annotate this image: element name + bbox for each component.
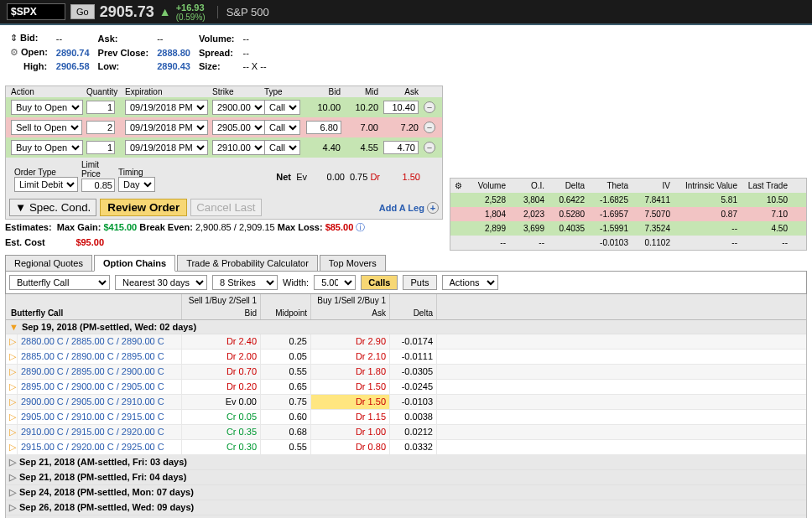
strike-bid[interactable]: Cr 0.05: [182, 410, 261, 424]
expiration-row-collapsed[interactable]: ▷Sep 26, 2018 (PM-settled, Wed: 09 days): [6, 500, 806, 515]
expiration-select[interactable]: 09/19/2018 PM: [125, 100, 208, 115]
tab-regional-quotes[interactable]: Regional Quotes: [5, 255, 92, 272]
strike-select[interactable]: 2910.00: [212, 140, 266, 155]
expiration-row-open[interactable]: ▼Sep 19, 2018 (PM-settled, Wed: 02 days): [6, 320, 806, 334]
leg-header: Action Quantity Expiration Strike Type B…: [6, 86, 442, 97]
spread-value: --: [242, 46, 273, 59]
strike-ask[interactable]: Dr 2.10: [311, 350, 390, 364]
strike-name[interactable]: 2910.00 C / 2915.00 C / 2920.00 C: [18, 425, 182, 439]
leg-ask[interactable]: 10.40: [380, 100, 420, 115]
strike-name[interactable]: 2890.00 C / 2895.00 C / 2900.00 C: [18, 365, 182, 379]
limit-price-label: Limit Price: [81, 160, 115, 179]
type-select[interactable]: Call: [264, 140, 300, 155]
tab-option-chains[interactable]: Option Chains: [94, 255, 175, 272]
hdr-qty: Quantity: [85, 86, 123, 97]
action-select[interactable]: Buy to Open: [11, 100, 83, 115]
strike-select[interactable]: 2905.00: [212, 120, 266, 135]
expand-icon[interactable]: ▷: [6, 395, 18, 409]
strategy-select[interactable]: Butterfly Call: [9, 275, 110, 290]
strike-bid[interactable]: Cr 0.35: [182, 425, 261, 439]
bid-label: Bid:: [20, 33, 38, 43]
expiration-row-collapsed[interactable]: ▷Sep 21, 2018 (AM-settled, Fri: 03 days): [6, 455, 806, 470]
strike-name[interactable]: 2885.00 C / 2890.00 C / 2895.00 C: [18, 350, 182, 364]
expand-icon[interactable]: ▷: [6, 425, 18, 439]
cancel-last-button[interactable]: Cancel Last: [190, 199, 261, 216]
qty-input[interactable]: [86, 101, 115, 114]
puts-button[interactable]: Puts: [403, 275, 436, 290]
qty-input[interactable]: [86, 121, 115, 134]
strike-bid[interactable]: Dr 0.70: [182, 365, 261, 379]
strike-ask[interactable]: Dr 1.80: [311, 365, 390, 379]
type-select[interactable]: Call: [264, 120, 300, 135]
info-icon[interactable]: ⓘ: [356, 222, 365, 232]
expand-icon[interactable]: ▷: [6, 365, 18, 379]
remove-leg-icon[interactable]: −: [424, 142, 435, 153]
expiration-row-collapsed[interactable]: ▷Sep 21, 2018 (PM-settled, Fri: 04 days): [6, 470, 806, 485]
strike-name[interactable]: 2900.00 C / 2905.00 C / 2910.00 C: [18, 395, 182, 409]
type-select[interactable]: Call: [264, 100, 300, 115]
strike-select[interactable]: 2900.00: [212, 100, 266, 115]
strike-bid[interactable]: Ev 0.00: [182, 395, 261, 409]
width-select[interactable]: 5.00: [314, 275, 356, 290]
expand-icon[interactable]: ▷: [6, 334, 18, 349]
remove-leg-icon[interactable]: −: [424, 122, 435, 133]
tab-top-movers[interactable]: Top Movers: [320, 255, 386, 272]
leg-ask[interactable]: 7.20: [380, 122, 420, 133]
ask-value: --: [157, 32, 197, 44]
strike-row: ▷2880.00 C / 2885.00 C / 2890.00 CDr 2.4…: [6, 334, 806, 350]
strike-ask[interactable]: Dr 1.50: [311, 395, 390, 409]
expand-icon[interactable]: ▷: [6, 350, 18, 364]
net-bid: 0.00: [309, 171, 346, 183]
go-button[interactable]: Go: [70, 4, 95, 19]
order-type-select[interactable]: Limit Debit: [14, 177, 78, 192]
up-arrow-icon: ▲: [159, 5, 171, 18]
gear-icon[interactable]: ⚙: [10, 47, 18, 57]
strike-ask[interactable]: Dr 1.50: [311, 380, 390, 394]
expiration-row-collapsed[interactable]: ▷Sep 24, 2018 (PM-settled, Mon: 07 days): [6, 485, 806, 500]
strike-ask[interactable]: Dr 2.90: [311, 334, 390, 349]
expand-icon[interactable]: ▷: [6, 380, 18, 394]
strike-name[interactable]: 2905.00 C / 2910.00 C / 2915.00 C: [18, 410, 182, 424]
strike-name[interactable]: 2880.00 C / 2885.00 C / 2890.00 C: [18, 334, 182, 349]
add-leg-link[interactable]: Add A Leg +: [379, 202, 439, 214]
header-bar: Go 2905.73 ▲ +16.93 (0.59%) S&P 500: [0, 0, 812, 25]
hdr-strike: Strike: [211, 86, 263, 97]
calls-button[interactable]: Calls: [361, 275, 398, 290]
expand-icon: ▷: [9, 457, 16, 467]
estimates-label: Estimates:: [5, 222, 52, 232]
leg-bid[interactable]: 10.00: [304, 101, 342, 113]
strike-bid[interactable]: Dr 2.40: [182, 334, 261, 349]
hdr-last: Last Trade: [741, 179, 791, 193]
expiration-select[interactable]: 09/19/2018 PM: [125, 120, 208, 135]
review-order-button[interactable]: Review Order: [100, 199, 187, 216]
strike-mid: 0.75: [261, 395, 311, 409]
expiration-select[interactable]: 09/19/2018 PM: [125, 140, 208, 155]
strike-ask[interactable]: Dr 1.15: [311, 410, 390, 424]
remove-leg-icon[interactable]: −: [424, 101, 435, 113]
strikes-select[interactable]: 8 Strikes: [212, 275, 278, 290]
action-select[interactable]: Sell to Open: [11, 120, 82, 135]
spec-cond-button[interactable]: ▼ Spec. Cond.: [9, 199, 96, 216]
strike-ask[interactable]: Dr 0.80: [311, 440, 390, 454]
gear-icon[interactable]: ⚙: [455, 181, 462, 190]
strike-ask[interactable]: Dr 1.00: [311, 425, 390, 439]
strike-name[interactable]: 2915.00 C / 2920.00 C / 2925.00 C: [18, 440, 182, 454]
action-select[interactable]: Buy to Open: [11, 140, 83, 155]
strike-bid[interactable]: Dr 2.00: [182, 350, 261, 364]
strike-name[interactable]: 2895.00 C / 2900.00 C / 2905.00 C: [18, 380, 182, 394]
expand-icon[interactable]: ▷: [6, 440, 18, 454]
leg-ask[interactable]: 4.70: [380, 140, 420, 155]
symbol-input[interactable]: [7, 3, 65, 20]
leg-bid[interactable]: 6.80: [304, 120, 342, 135]
limit-price-input[interactable]: [81, 179, 115, 192]
strike-bid[interactable]: Cr 0.30: [182, 440, 261, 454]
strike-bid[interactable]: Dr 0.20: [182, 380, 261, 394]
tab-trade-probability[interactable]: Trade & Probability Calculator: [177, 255, 318, 272]
expiration-filter-select[interactable]: Nearest 30 days: [115, 275, 207, 290]
expand-icon[interactable]: ▷: [6, 410, 18, 424]
chain-hdr-bid: Bid: [182, 307, 261, 319]
qty-input[interactable]: [86, 141, 115, 154]
size-value: -- X --: [242, 60, 273, 72]
actions-select[interactable]: Actions: [442, 275, 498, 290]
leg-bid[interactable]: 4.40: [304, 142, 342, 153]
